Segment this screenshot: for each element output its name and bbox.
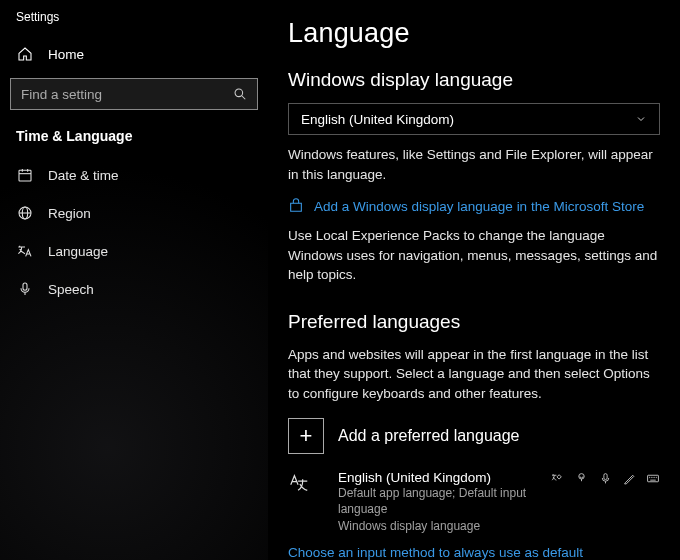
svg-point-18 — [652, 477, 653, 478]
add-language-label: Add a preferred language — [338, 427, 519, 445]
sidebar: Settings Home Time & Language Date & tim… — [0, 0, 268, 560]
window-title: Settings — [0, 6, 268, 38]
add-language-button[interactable]: + Add a preferred language — [288, 418, 660, 454]
svg-rect-9 — [23, 283, 27, 290]
nav-list: Date & time Region Language Speech — [0, 156, 268, 308]
store-link[interactable]: Add a Windows display language in the Mi… — [288, 198, 660, 214]
nav-language[interactable]: Language — [0, 232, 268, 270]
nav-home-label: Home — [48, 47, 84, 62]
input-method-link[interactable]: Choose an input method to always use as … — [288, 545, 660, 560]
sidebar-section-head: Time & Language — [0, 120, 268, 150]
keyboard-icon — [646, 472, 660, 486]
preferred-languages-heading: Preferred languages — [288, 311, 660, 333]
nav-item-label: Region — [48, 206, 91, 221]
language-item-info: English (United Kingdom) Default app lan… — [338, 470, 536, 535]
text-to-speech-icon — [550, 472, 564, 486]
language-item-sub1: Default app language; Default input lang… — [338, 485, 536, 519]
search-icon — [233, 87, 247, 101]
handwriting-icon — [622, 472, 636, 486]
display-language-description: Windows features, like Settings and File… — [288, 145, 660, 184]
speech-recognition-icon — [574, 472, 588, 486]
nav-item-label: Date & time — [48, 168, 119, 183]
globe-icon — [16, 205, 34, 221]
language-item-name: English (United Kingdom) — [338, 470, 536, 485]
dropdown-value: English (United Kingdom) — [301, 112, 454, 127]
preferred-languages-description: Apps and websites will appear in the fir… — [288, 345, 660, 404]
home-icon — [16, 46, 34, 62]
microphone-icon — [16, 281, 34, 297]
settings-window: Settings Home Time & Language Date & tim… — [0, 0, 680, 560]
nav-item-label: Speech — [48, 282, 94, 297]
svg-point-17 — [649, 477, 650, 478]
store-icon — [288, 198, 304, 214]
language-glyph-icon — [288, 470, 324, 535]
nav-date-time[interactable]: Date & time — [0, 156, 268, 194]
svg-rect-2 — [19, 170, 31, 181]
svg-line-1 — [242, 96, 246, 100]
svg-point-20 — [656, 477, 657, 478]
calendar-icon — [16, 167, 34, 183]
svg-point-19 — [654, 477, 655, 478]
plus-icon: + — [288, 418, 324, 454]
voice-icon — [598, 472, 612, 486]
chevron-down-icon — [635, 113, 647, 125]
display-language-dropdown[interactable]: English (United Kingdom) — [288, 103, 660, 135]
search-box[interactable] — [10, 78, 258, 110]
language-feature-icons — [550, 470, 660, 535]
svg-point-0 — [235, 89, 243, 97]
display-language-heading: Windows display language — [288, 69, 660, 91]
main-content: Language Windows display language Englis… — [268, 0, 680, 560]
language-item-sub2: Windows display language — [338, 518, 536, 535]
language-icon — [16, 243, 34, 259]
language-item[interactable]: English (United Kingdom) Default app lan… — [288, 470, 660, 535]
svg-rect-15 — [648, 475, 659, 482]
nav-item-label: Language — [48, 244, 108, 259]
svg-rect-13 — [603, 474, 606, 480]
store-link-text: Add a Windows display language in the Mi… — [314, 199, 644, 214]
page-title: Language — [288, 18, 660, 49]
nav-region[interactable]: Region — [0, 194, 268, 232]
local-packs-text: Use Local Experience Packs to change the… — [288, 226, 660, 285]
nav-speech[interactable]: Speech — [0, 270, 268, 308]
nav-home[interactable]: Home — [0, 38, 268, 70]
search-input[interactable] — [21, 87, 221, 102]
